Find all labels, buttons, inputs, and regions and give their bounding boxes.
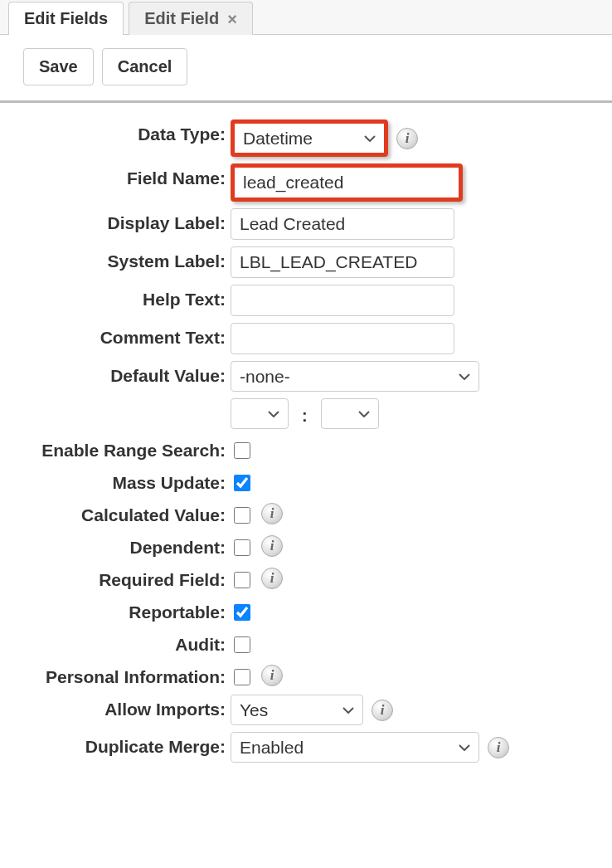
tab-label: Edit Field <box>144 9 219 28</box>
tab-edit-field[interactable]: Edit Field × <box>129 2 253 35</box>
field-name-input[interactable] <box>235 168 459 197</box>
label-calculated-value: Calculated Value: <box>15 500 231 525</box>
close-icon[interactable]: × <box>227 11 237 27</box>
label-data-type: Data Type: <box>15 119 231 144</box>
label-personal-information: Personal Information: <box>15 662 231 687</box>
info-icon[interactable]: i <box>261 503 283 524</box>
enable-range-search-checkbox[interactable] <box>234 442 250 459</box>
calculated-value-checkbox[interactable] <box>234 507 250 524</box>
required-field-checkbox[interactable] <box>234 572 250 588</box>
edit-field-form: Data Type: Datetime i Field Name: Displa… <box>0 103 612 778</box>
display-label-input[interactable] <box>231 208 454 240</box>
help-text-input[interactable] <box>231 285 454 316</box>
reportable-checkbox[interactable] <box>234 604 250 621</box>
mass-update-checkbox[interactable] <box>234 475 250 491</box>
label-dependent: Dependent: <box>15 533 231 558</box>
default-hour-select[interactable] <box>231 398 289 429</box>
cancel-button[interactable]: Cancel <box>102 48 188 85</box>
allow-imports-select[interactable]: Yes <box>231 695 363 725</box>
time-colon: : <box>302 402 308 426</box>
highlight-field-name <box>231 163 463 202</box>
label-duplicate-merge: Duplicate Merge: <box>15 732 231 757</box>
toolbar: Save Cancel <box>0 35 612 103</box>
save-button[interactable]: Save <box>23 48 94 85</box>
tab-label: Edit Fields <box>24 9 108 28</box>
default-minute-select[interactable] <box>321 398 379 429</box>
dependent-checkbox[interactable] <box>234 539 250 556</box>
info-icon[interactable]: i <box>261 665 283 686</box>
label-required-field: Required Field: <box>15 565 231 590</box>
label-enable-range-search: Enable Range Search: <box>15 436 231 461</box>
info-icon[interactable]: i <box>261 535 283 557</box>
label-help-text: Help Text: <box>15 285 231 310</box>
info-icon[interactable]: i <box>396 128 418 149</box>
label-mass-update: Mass Update: <box>15 468 231 493</box>
info-icon[interactable]: i <box>372 700 393 721</box>
tab-bar: Edit Fields Edit Field × <box>0 0 612 35</box>
duplicate-merge-select[interactable]: Enabled <box>231 732 479 763</box>
default-value-select[interactable]: -none- <box>231 361 479 392</box>
personal-information-checkbox[interactable] <box>234 669 250 685</box>
label-reportable: Reportable: <box>15 597 231 622</box>
tab-edit-fields[interactable]: Edit Fields <box>8 2 124 35</box>
data-type-select[interactable]: Datetime <box>235 124 384 153</box>
audit-checkbox[interactable] <box>234 636 250 653</box>
label-system-label: System Label: <box>15 246 231 271</box>
label-display-label: Display Label: <box>15 208 231 233</box>
label-allow-imports: Allow Imports: <box>15 695 231 719</box>
label-audit: Audit: <box>15 630 231 655</box>
label-default-value: Default Value: <box>15 361 231 386</box>
info-icon[interactable]: i <box>261 568 283 589</box>
system-label-input[interactable] <box>231 246 454 278</box>
label-field-name: Field Name: <box>15 163 231 188</box>
info-icon[interactable]: i <box>488 737 509 758</box>
label-default-time <box>15 398 231 403</box>
label-comment-text: Comment Text: <box>15 323 231 348</box>
highlight-data-type: Datetime <box>231 119 388 157</box>
comment-text-input[interactable] <box>231 323 454 354</box>
